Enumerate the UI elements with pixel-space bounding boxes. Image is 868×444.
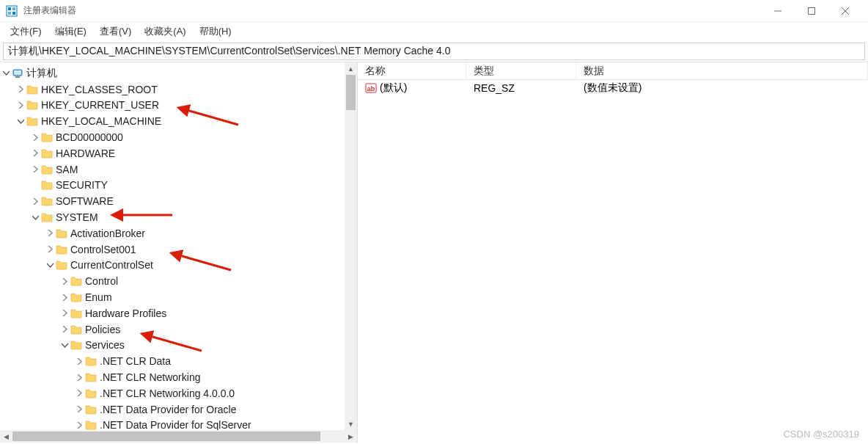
column-name[interactable]: 名称 bbox=[358, 62, 466, 79]
tree-item[interactable]: Control bbox=[0, 273, 357, 289]
chevron-right-icon[interactable] bbox=[73, 419, 85, 430]
chevron-right-icon[interactable] bbox=[73, 371, 85, 383]
app-icon bbox=[6, 5, 18, 17]
scroll-track[interactable] bbox=[12, 430, 345, 443]
tree-item[interactable]: HKEY_CLASSES_ROOT bbox=[0, 81, 357, 98]
tree-item[interactable]: 计算机 bbox=[0, 65, 357, 81]
scroll-up-icon[interactable]: ▲ bbox=[345, 62, 357, 75]
chevron-right-icon[interactable] bbox=[59, 275, 70, 287]
folder-icon bbox=[85, 355, 97, 367]
chevron-right-icon[interactable] bbox=[29, 195, 41, 207]
list-row[interactable]: (默认)REG_SZ(数值未设置) bbox=[358, 80, 868, 95]
folder-icon bbox=[85, 404, 97, 415]
tree-item[interactable]: CurrentControlSet bbox=[0, 258, 357, 274]
scroll-track[interactable] bbox=[345, 75, 357, 418]
chevron-right-icon[interactable] bbox=[59, 324, 70, 335]
chevron-right-icon[interactable] bbox=[29, 148, 41, 159]
chevron-right-icon[interactable] bbox=[73, 404, 85, 415]
content-area: 计算机HKEY_CLASSES_ROOTHKEY_CURRENT_USERHKE… bbox=[0, 62, 868, 443]
menu-bar: 文件(F) 编辑(E) 查看(V) 收藏夹(A) 帮助(H) bbox=[0, 22, 868, 41]
menu-edit[interactable]: 编辑(E) bbox=[49, 23, 92, 40]
computer-icon bbox=[12, 68, 23, 79]
chevron-right-icon[interactable] bbox=[15, 84, 26, 95]
tree-item-label: Control bbox=[85, 275, 118, 287]
folder-icon bbox=[70, 275, 82, 287]
tree-item[interactable]: SAM bbox=[0, 161, 357, 178]
chevron-down-icon[interactable] bbox=[0, 68, 12, 79]
scroll-right-icon[interactable]: ▶ bbox=[345, 430, 357, 443]
tree-item[interactable]: .NET CLR Networking bbox=[0, 369, 357, 385]
column-type[interactable]: 类型 bbox=[466, 62, 576, 79]
folder-icon bbox=[70, 339, 82, 351]
tree-item-label: SECURITY bbox=[56, 179, 108, 191]
menu-favorites[interactable]: 收藏夹(A) bbox=[139, 23, 191, 40]
tree-item-label: SAM bbox=[56, 164, 78, 175]
tree-item-label: SOFTWARE bbox=[56, 195, 114, 207]
tree-pane: 计算机HKEY_CLASSES_ROOTHKEY_CURRENT_USERHKE… bbox=[0, 62, 358, 443]
tree-item-label: 计算机 bbox=[26, 67, 57, 80]
chevron-right-icon[interactable] bbox=[73, 387, 85, 399]
tree-item[interactable]: HKEY_LOCAL_MACHINE bbox=[0, 113, 357, 129]
chevron-down-icon[interactable] bbox=[59, 339, 70, 351]
scroll-thumb[interactable] bbox=[346, 75, 356, 110]
tree-item[interactable]: .NET Data Provider for Oracle bbox=[0, 401, 357, 418]
window-title: 注册表编辑器 bbox=[23, 4, 761, 17]
tree-item[interactable]: HKEY_CURRENT_USER bbox=[0, 98, 357, 114]
chevron-right-icon[interactable] bbox=[59, 291, 70, 303]
chevron-right-icon[interactable] bbox=[59, 307, 70, 319]
chevron-down-icon[interactable] bbox=[44, 259, 56, 271]
tree-item-label: .NET CLR Networking 4.0.0.0 bbox=[100, 387, 235, 399]
tree-item-label: Policies bbox=[85, 324, 120, 335]
tree-item[interactable]: BCD00000000 bbox=[0, 129, 357, 145]
tree-body[interactable]: 计算机HKEY_CLASSES_ROOTHKEY_CURRENT_USERHKE… bbox=[0, 62, 357, 430]
chevron-right-icon[interactable] bbox=[29, 131, 41, 143]
tree-item-label: HARDWARE bbox=[56, 148, 115, 159]
chevron-right-icon[interactable] bbox=[73, 355, 85, 367]
tree-item[interactable]: .NET CLR Networking 4.0.0.0 bbox=[0, 385, 357, 401]
tree-item-label: .NET Data Provider for SqlServer bbox=[100, 419, 251, 430]
tree-item[interactable]: SOFTWARE bbox=[0, 193, 357, 209]
tree-item-label: HKEY_CURRENT_USER bbox=[41, 99, 159, 111]
tree-item[interactable]: HARDWARE bbox=[0, 145, 357, 161]
tree-item[interactable]: .NET CLR Data bbox=[0, 353, 357, 369]
chevron-down-icon[interactable] bbox=[15, 115, 26, 127]
folder-icon bbox=[41, 179, 53, 191]
chevron-right-icon[interactable] bbox=[29, 164, 41, 175]
folder-icon bbox=[56, 228, 67, 239]
tree-item[interactable]: SYSTEM bbox=[0, 209, 357, 225]
tree-item-label: HKEY_CLASSES_ROOT bbox=[41, 84, 158, 95]
address-bar[interactable]: 计算机\HKEY_LOCAL_MACHINE\SYSTEM\CurrentCon… bbox=[3, 43, 865, 60]
watermark: CSDN @s200319 bbox=[783, 429, 859, 440]
tree-item[interactable]: ControlSet001 bbox=[0, 241, 357, 258]
tree-vertical-scrollbar[interactable]: ▲ ▼ bbox=[345, 62, 357, 430]
column-data[interactable]: 数据 bbox=[576, 62, 868, 79]
folder-icon bbox=[41, 131, 53, 143]
string-value-icon bbox=[365, 82, 377, 94]
tree-item[interactable]: Hardware Profiles bbox=[0, 305, 357, 321]
minimize-button[interactable] bbox=[761, 0, 795, 22]
chevron-right-icon[interactable] bbox=[44, 244, 56, 255]
svg-rect-6 bbox=[809, 7, 815, 14]
tree-item[interactable]: Enum bbox=[0, 289, 357, 305]
maximize-button[interactable] bbox=[795, 0, 828, 22]
tree-item[interactable]: Policies bbox=[0, 321, 357, 338]
close-button[interactable] bbox=[828, 0, 862, 22]
tree-item[interactable]: SECURITY bbox=[0, 178, 357, 194]
chevron-right-icon[interactable] bbox=[15, 99, 26, 111]
menu-help[interactable]: 帮助(H) bbox=[194, 23, 238, 40]
tree-horizontal-scrollbar[interactable]: ◀ ▶ bbox=[0, 430, 357, 443]
scroll-left-icon[interactable]: ◀ bbox=[0, 430, 12, 443]
menu-view[interactable]: 查看(V) bbox=[94, 23, 137, 40]
chevron-down-icon[interactable] bbox=[29, 211, 41, 223]
tree-item[interactable]: Services bbox=[0, 338, 357, 354]
menu-file[interactable]: 文件(F) bbox=[4, 23, 48, 40]
chevron-right-icon[interactable] bbox=[44, 228, 56, 239]
scroll-down-icon[interactable]: ▼ bbox=[345, 418, 357, 430]
folder-icon bbox=[26, 115, 38, 127]
folder-icon bbox=[41, 195, 53, 207]
tree-item[interactable]: ActivationBroker bbox=[0, 225, 357, 241]
folder-icon bbox=[41, 164, 53, 175]
tree-item[interactable]: .NET Data Provider for SqlServer bbox=[0, 418, 357, 430]
list-body[interactable]: (默认)REG_SZ(数值未设置) bbox=[358, 80, 868, 443]
scroll-thumb[interactable] bbox=[12, 432, 320, 441]
